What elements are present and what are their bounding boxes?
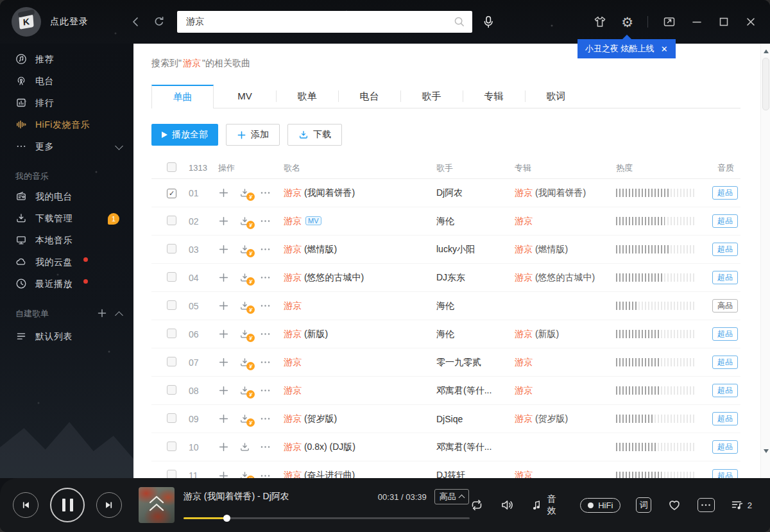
- progress-handle[interactable]: [223, 515, 230, 522]
- scrollbar[interactable]: [760, 44, 770, 478]
- close-icon[interactable]: [744, 15, 757, 28]
- row-artist[interactable]: 邓寓君(等什...: [436, 385, 515, 397]
- table-row[interactable]: 01 ¥ 游京 (我闻着饼香) Dj阿农 游京 (我闻着饼香) 超品: [151, 179, 740, 207]
- album-rest[interactable]: (新版): [533, 329, 559, 339]
- sidebar-item-more[interactable]: 更多: [0, 136, 133, 158]
- song-keyword[interactable]: 游京: [284, 300, 302, 311]
- table-row[interactable]: 09 ¥ 游京 (贺岁版) DjSiqe 游京 (贺岁版) 超品: [151, 405, 740, 433]
- song-keyword[interactable]: 游京: [284, 244, 302, 254]
- sidebar-item-hifi[interactable]: HiFi发烧音乐: [0, 114, 133, 136]
- download-song-icon[interactable]: ¥: [239, 187, 250, 198]
- download-button[interactable]: 下载: [287, 124, 342, 146]
- download-song-icon[interactable]: [239, 442, 250, 452]
- song-keyword[interactable]: 游京: [284, 413, 302, 424]
- song-keyword[interactable]: 游京: [284, 216, 302, 226]
- maximize-icon[interactable]: [717, 15, 730, 28]
- scrollbar-thumb[interactable]: [762, 58, 769, 110]
- row-checkbox[interactable]: [167, 357, 176, 366]
- download-song-icon[interactable]: ¥: [239, 357, 250, 368]
- sidebar-item-default-playlist[interactable]: 默认列表: [0, 326, 133, 348]
- volume-icon[interactable]: [500, 497, 515, 513]
- add-to-playlist-icon[interactable]: [218, 300, 229, 311]
- sidebar-item-cloud-drive[interactable]: 我的云盘: [0, 252, 133, 273]
- table-row[interactable]: 04 ¥ 游京 (悠悠的古城中) DJ东东 游京 (悠悠的古城中) 超品: [151, 264, 740, 292]
- album-keyword[interactable]: 游京: [515, 413, 533, 424]
- row-artist[interactable]: 海伦: [436, 216, 515, 227]
- table-row[interactable]: 10 游京 (0.8x) (DJ版) 邓寓君(等什... 超品: [151, 433, 740, 461]
- album-keyword[interactable]: 游京: [515, 470, 533, 478]
- song-keyword[interactable]: 游京: [284, 442, 302, 452]
- scrollbar-up-button[interactable]: [761, 46, 770, 56]
- song-rest[interactable]: (新版): [302, 329, 328, 339]
- sidebar-item-download-manager[interactable]: 下载管理 1: [0, 208, 133, 230]
- song-keyword[interactable]: 游京: [284, 385, 302, 395]
- add-playlist-icon[interactable]: [97, 308, 107, 320]
- song-rest[interactable]: (悠悠的古城中): [302, 272, 364, 282]
- skin-theme-icon[interactable]: [593, 15, 607, 29]
- song-keyword[interactable]: 游京: [284, 187, 302, 198]
- add-to-playlist-icon[interactable]: [218, 187, 229, 198]
- sidebar-item-radio[interactable]: 电台: [0, 71, 133, 92]
- album-keyword[interactable]: 游京: [515, 216, 533, 226]
- album-rest[interactable]: (贺岁版): [533, 413, 568, 424]
- more-actions-icon[interactable]: [261, 361, 270, 364]
- sidebar-item-recent-play[interactable]: 最近播放: [0, 273, 133, 295]
- download-song-icon[interactable]: ¥: [239, 329, 250, 339]
- song-rest[interactable]: (贺岁版): [302, 413, 337, 424]
- table-row[interactable]: 08 ¥ 游京 邓寓君(等什... 游京 超品: [151, 377, 740, 405]
- add-to-playlist-icon[interactable]: [218, 413, 229, 424]
- row-artist[interactable]: Dj阿农: [436, 187, 515, 199]
- chevron-down-icon[interactable]: [115, 142, 123, 150]
- search-icon[interactable]: [453, 15, 466, 31]
- download-song-icon[interactable]: ¥: [239, 300, 250, 311]
- download-song-icon[interactable]: ¥: [239, 272, 250, 283]
- more-actions-icon[interactable]: [261, 332, 270, 336]
- back-icon[interactable]: [130, 15, 142, 28]
- more-options-button[interactable]: [697, 498, 715, 512]
- row-checkbox[interactable]: [167, 189, 176, 198]
- download-song-icon[interactable]: ¥: [239, 216, 250, 227]
- sidebar-item-local-music[interactable]: 本地音乐: [0, 230, 133, 252]
- tab-single[interactable]: 单曲: [151, 85, 214, 108]
- favorite-heart-icon[interactable]: [667, 497, 682, 513]
- album-keyword[interactable]: 游京: [515, 244, 533, 254]
- download-song-icon[interactable]: ¥: [239, 470, 250, 479]
- album-keyword[interactable]: 游京: [515, 385, 533, 395]
- more-actions-icon[interactable]: [261, 474, 270, 477]
- add-to-playlist-icon[interactable]: [218, 385, 229, 396]
- mini-player-icon[interactable]: [662, 15, 676, 29]
- row-artist[interactable]: 海伦: [436, 300, 515, 312]
- song-rest[interactable]: (燃情版): [302, 244, 337, 254]
- row-artist[interactable]: DJ东东: [436, 272, 515, 284]
- album-art[interactable]: [139, 487, 175, 523]
- row-checkbox[interactable]: [167, 216, 176, 225]
- select-all-checkbox[interactable]: [167, 162, 176, 172]
- more-actions-icon[interactable]: [261, 445, 270, 449]
- previous-track-button[interactable]: [13, 492, 38, 518]
- row-artist[interactable]: DjSiqe: [436, 414, 515, 424]
- quality-selector[interactable]: 高品: [434, 489, 469, 504]
- row-artist[interactable]: 邓寓君(等什...: [436, 442, 515, 453]
- song-keyword[interactable]: 游京: [284, 470, 302, 478]
- add-to-playlist-icon[interactable]: [218, 442, 229, 452]
- more-actions-icon[interactable]: [261, 191, 270, 194]
- promo-tooltip-close-icon[interactable]: ✕: [661, 44, 668, 54]
- song-rest[interactable]: (奋斗进行曲): [302, 470, 355, 478]
- repeat-mode-icon[interactable]: [469, 497, 484, 513]
- pause-button[interactable]: [50, 488, 85, 522]
- album-rest[interactable]: (悠悠的古城中): [533, 272, 595, 282]
- row-checkbox[interactable]: [167, 385, 176, 395]
- table-row[interactable]: 03 ¥ 游京 (燃情版) lucky小阳 游京 (燃情版) 超品: [151, 236, 740, 264]
- row-checkbox[interactable]: [167, 470, 176, 478]
- table-row[interactable]: 07 ¥ 游京 零一九零贰 游京 超品: [151, 348, 740, 377]
- add-to-playlist-icon[interactable]: [218, 357, 229, 368]
- refresh-icon[interactable]: [153, 15, 166, 28]
- row-artist[interactable]: lucky小阳: [436, 244, 515, 255]
- row-checkbox[interactable]: [167, 329, 176, 338]
- row-checkbox[interactable]: [167, 442, 176, 451]
- tab-playlist[interactable]: 歌单: [276, 85, 338, 108]
- album-keyword[interactable]: 游京: [515, 272, 533, 282]
- row-checkbox[interactable]: [167, 244, 176, 253]
- tab-mv[interactable]: MV: [214, 85, 276, 108]
- album-rest[interactable]: (燃情版): [533, 244, 568, 254]
